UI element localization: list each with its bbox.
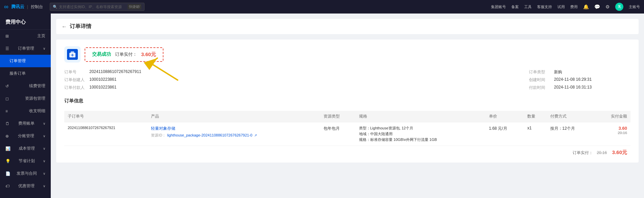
invoice-icon: 🗒: [5, 121, 9, 126]
success-amount: 3.60元: [141, 51, 156, 58]
order-info-left: 订单号 20241108861072676267911 订单创建人 100010…: [64, 69, 141, 93]
sidebar: 费用中心 ⊞ 主页 ☰ 订单管理 ∨ 订单管理 服务订单 ↺ 续费管理 ◻ 资源…: [0, 14, 51, 198]
order-payer-value: 100010223861: [89, 85, 116, 90]
nav-tools[interactable]: 工具: [524, 4, 532, 9]
sidebar-item-home[interactable]: ⊞ 主页: [0, 30, 51, 42]
layout: 费用中心 ⊞ 主页 ☰ 订单管理 ∨ 订单管理 服务订单 ↺ 续费管理 ◻ 资源…: [0, 14, 644, 198]
spec-line3: 规格：标准存储容量 10GB\n外网下行流量 1GB: [359, 137, 482, 142]
sidebar-item-bills[interactable]: ≡ 收支明细: [0, 105, 51, 117]
col-quantity: 数量: [524, 111, 547, 122]
order-number-value: 20241108861072676267911: [89, 69, 141, 74]
order-type-row: 订单类型 新购: [529, 69, 630, 75]
sidebar-item-service-order[interactable]: 服务订单: [0, 67, 51, 80]
top-nav-actions: 集团账号 备案 工具 客服支持 试用 费用 🔔 💬 ⚙ 无 主账号: [491, 3, 640, 11]
product-link[interactable]: 轻量对象存储: [151, 126, 317, 131]
sidebar-item-invoice[interactable]: 🗒 费用账单 ∨: [0, 117, 51, 130]
bell-icon[interactable]: 🔔: [583, 4, 589, 9]
settings-icon[interactable]: ⚙: [605, 4, 610, 9]
sidebar-label-order-parent: 订单管理: [18, 46, 34, 51]
sidebar-item-renewal[interactable]: ↺ 续费管理: [0, 80, 51, 92]
split-billing-icon: ⊕: [5, 134, 9, 139]
unit-price-cell: 1.68 元/月: [486, 122, 524, 146]
top-nav: ∞ 腾讯云 | 控制台 🔍 支持通过实例ID、IP、名称等搜索资源 快捷键/ 集…: [0, 0, 644, 14]
svg-rect-1: [71, 51, 74, 53]
table-section: 订单信息 子订单号 产品 资源类型 规格 单价 数量 付费方式 实付金额: [64, 98, 630, 156]
col-sub-order-id: 子订单号: [64, 111, 148, 122]
footer-strike: 20.16: [597, 150, 607, 155]
sidebar-label-bills: 收支明细: [29, 108, 45, 114]
nav-group-account[interactable]: 集团账号: [491, 4, 506, 9]
pay-time-row: 付款时间 2024-11-08 16:31:13: [529, 85, 630, 91]
page-title: 订单详情: [70, 23, 91, 30]
sidebar-item-discount[interactable]: 🏷 优惠管理 ∨: [0, 180, 51, 192]
chevron-split-icon: ∨: [43, 134, 45, 138]
chevron-cost-icon: ∨: [43, 147, 45, 150]
sidebar-label-invoice: 费用账单: [18, 121, 35, 126]
user-label[interactable]: 主账号: [629, 4, 640, 9]
logo-cloud: 控制台: [31, 4, 43, 10]
order-payer-row: 订单付款人 100010223861: [64, 85, 141, 91]
sub-order-id-cell: 20241108861072676267921: [64, 122, 148, 146]
footer-amount-red: 3.60元: [612, 149, 627, 155]
sidebar-label-renewal: 续费管理: [29, 83, 45, 89]
main-content: ← 订单详情 交易成功: [51, 14, 644, 198]
order-table: 子订单号 产品 资源类型 规格 单价 数量 付费方式 实付金额 20241108: [64, 111, 630, 146]
order-footer: 订单实付： 20.16 3.60元: [64, 146, 630, 156]
success-icon-wrap: [64, 46, 81, 63]
amount-cell: 3.60 20.16: [595, 122, 630, 146]
spec-cell: 类型：Lighthouse资源包, 12个月 地域：中国大陆通用 规格：标准存储…: [356, 122, 486, 146]
box-icon: [69, 51, 76, 58]
logo-icon: ∞: [4, 3, 8, 10]
back-button[interactable]: ←: [62, 24, 67, 30]
sidebar-item-saving[interactable]: 💡 节省计划 ∨: [0, 155, 51, 167]
nav-trial[interactable]: 试用: [557, 4, 565, 9]
nav-support[interactable]: 客服支持: [537, 4, 552, 9]
nav-beian[interactable]: 备案: [511, 4, 519, 9]
order-icon-blue: [67, 49, 78, 60]
amount-label: 订单实付：: [115, 51, 137, 57]
search-box[interactable]: 🔍 支持通过实例ID、IP、名称等搜索资源 快捷键/: [50, 3, 145, 11]
sidebar-label-split-billing: 分账管理: [18, 133, 34, 139]
avatar-label: 无: [618, 4, 621, 9]
footer-amount: 3.60元: [611, 149, 627, 155]
order-type-value: 新购: [554, 69, 562, 75]
user-avatar[interactable]: 无: [615, 3, 623, 11]
table-header-row: 子订单号 产品 资源类型 规格 单价 数量 付费方式 实付金额: [64, 111, 630, 122]
sidebar-item-fapiao[interactable]: 📄 发票与合同 ∨: [0, 167, 51, 180]
sidebar-item-split-billing[interactable]: ⊕ 分账管理 ∨: [0, 130, 51, 142]
sidebar-label-service-order: 服务订单: [9, 71, 26, 76]
logo-tencent: 腾讯云: [11, 4, 24, 10]
nav-cost[interactable]: 费用: [570, 4, 578, 9]
external-link-icon[interactable]: ↗: [254, 133, 257, 137]
chevron-invoice-icon: ∨: [43, 122, 45, 125]
sidebar-item-resource-pkg[interactable]: ◻ 资源包管理: [0, 92, 51, 105]
sidebar-label-discount: 优惠管理: [18, 183, 35, 189]
order-number-label: 订单号: [64, 69, 88, 75]
home-icon: ⊞: [5, 34, 9, 39]
resource-pkg-icon: ◻: [5, 96, 9, 101]
order-creator-row: 订单创建人 100010223861: [64, 77, 141, 83]
table-section-title: 订单信息: [64, 98, 630, 107]
chevron-down-icon: ∨: [43, 47, 45, 50]
sidebar-item-order-detail[interactable]: 订单管理: [0, 55, 51, 67]
pay-time-label: 付款时间: [529, 85, 553, 91]
renewal-icon: ↺: [5, 84, 9, 89]
sidebar-label-resource-pkg: 资源包管理: [25, 96, 45, 101]
resource-id-label: 资源ID：: [151, 133, 166, 137]
spec-line1: 类型：Lighthouse资源包, 12个月: [359, 126, 482, 131]
order-info-right: 订单类型 新购 创建时间 2024-11-08 16:29:31 付款时间 20…: [529, 69, 630, 93]
sidebar-label-home: 主页: [37, 33, 45, 39]
col-amount: 实付金额: [595, 111, 630, 122]
create-time-label: 创建时间: [529, 77, 553, 83]
resource-id-link[interactable]: lighthouse_package-202411088610726762679…: [167, 133, 252, 137]
message-icon[interactable]: 💬: [594, 4, 600, 9]
product-cell: 轻量对象存储 资源ID： lighthouse_package-20241108…: [148, 122, 320, 146]
search-icon: 🔍: [53, 5, 58, 9]
pay-method-cell: 按月：12个月: [547, 122, 595, 146]
sidebar-item-order-mgmt-parent[interactable]: ☰ 订单管理 ∨: [0, 42, 51, 55]
resource-type-cell: 包年包月: [320, 122, 355, 146]
search-placeholder: 支持通过实例ID、IP、名称等搜索资源: [59, 4, 122, 9]
col-resource-type: 资源类型: [320, 111, 355, 122]
sidebar-item-cost[interactable]: 📊 成本管理 ∨: [0, 142, 51, 155]
logo: ∞ 腾讯云 | 控制台: [4, 3, 43, 10]
